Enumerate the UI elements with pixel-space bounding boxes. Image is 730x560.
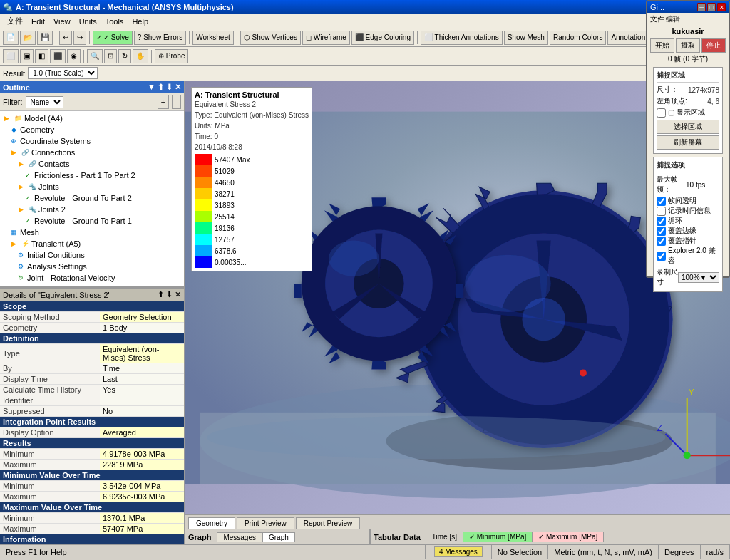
tree-item-frictionless[interactable]: ✓ Frictionless - Part 1 To Part 2 — [1, 170, 182, 181]
svg-text:Z: Z — [657, 423, 662, 433]
menu-file[interactable]: 文件 — [3, 15, 27, 27]
tabular-columns: Time [s] ✓ Minimum [MPa] ✓ Maximum [MPa] — [426, 532, 727, 542]
select-all-btn[interactable]: ⬜ — [3, 49, 19, 63]
rp-select-region-btn[interactable]: 选择区域 — [657, 120, 719, 134]
left-panel: Outline ▼ ⬆ ⬇ ✕ Filter: Name + - ▶ 📁 Mod… — [0, 81, 185, 544]
tree-item-solution[interactable]: ▶ ✓ Solution (A6) — [1, 284, 182, 286]
new-btn[interactable]: 📄 — [3, 31, 19, 45]
rp-pointer-checkbox[interactable] — [657, 237, 666, 246]
thicken-button[interactable]: ⬜ Thicken Annotations — [421, 31, 503, 45]
worksheet-button[interactable]: Worksheet — [192, 31, 234, 45]
status-degrees: Degrees — [659, 545, 701, 559]
rp-show-region-checkbox[interactable] — [657, 108, 666, 118]
rotate-btn[interactable]: ↻ — [118, 49, 131, 63]
random-colors-button[interactable]: Random Colors — [550, 31, 606, 45]
zoom-btn[interactable]: 🔍 — [87, 49, 103, 63]
rp-min-btn[interactable]: ─ — [697, 3, 706, 11]
toolbar-main: 📄 📂 💾 ↩ ↪ ✓ ✓ Solve ? Show Errors Worksh… — [0, 28, 730, 47]
tree-solution-icon: ✓ — [27, 284, 37, 286]
rp-menu-file[interactable]: 文件 — [650, 14, 664, 24]
select-edge-btn[interactable]: ⬛ — [50, 49, 66, 63]
tree-folder-icon: 📁 — [13, 113, 23, 123]
tree-item-velocity[interactable]: ↻ Joint - Rotational Velocity — [1, 272, 182, 284]
rp-loop-checkbox[interactable] — [657, 217, 666, 226]
color-swatch-3 — [195, 188, 212, 199]
result-select[interactable]: 1.0 (True Scale) — [28, 67, 98, 79]
tabular-col-time: Time [s] — [426, 532, 463, 542]
rp-menu-edit[interactable]: 编辑 — [666, 14, 680, 24]
color-swatch-1 — [195, 165, 212, 177]
message-count-badge: 4 Messages — [434, 546, 483, 557]
rp-stop-btn[interactable]: 停止 — [701, 38, 726, 53]
show-errors-button[interactable]: ? Show Errors — [134, 31, 186, 45]
show-mesh-button[interactable]: Show Mesh — [504, 31, 548, 45]
tree-item-connections[interactable]: ▶ 🔗 Connections — [1, 147, 182, 158]
outline-collapse-btn[interactable]: - — [172, 95, 181, 109]
rp-start-btn[interactable]: 开始 — [650, 38, 674, 53]
outline-expand-btn[interactable]: + — [158, 95, 169, 109]
redo-btn[interactable]: ↪ — [73, 31, 86, 45]
tree-icon-joints: ▶ — [16, 182, 26, 192]
rp-edges-checkbox[interactable] — [657, 227, 666, 236]
color-label-4: 31893 — [215, 202, 235, 209]
outline-header: Outline ▼ ⬆ ⬇ ✕ — [0, 81, 184, 93]
tree-item-revolute2[interactable]: ✓ Revolute - Ground To Part 1 — [1, 215, 182, 227]
zoom-fit-btn[interactable]: ⊡ — [104, 49, 117, 63]
wireframe-button[interactable]: ◻ Wireframe — [302, 31, 350, 45]
tree-item-revolute1[interactable]: ✓ Revolute - Ground To Part 2 — [1, 192, 182, 204]
select-vertex-btn[interactable]: ◉ — [67, 49, 81, 63]
tree-item-analysis[interactable]: ⚙ Analysis Settings — [1, 261, 182, 272]
select-face-btn[interactable]: ◧ — [35, 49, 48, 63]
select-body-btn[interactable]: ▣ — [20, 49, 34, 63]
graph-tab[interactable]: Graph — [262, 532, 295, 542]
tree-item-model[interactable]: ▶ 📁 Model (A4) — [1, 113, 182, 124]
rp-transparent-checkbox[interactable] — [657, 197, 666, 206]
menu-edit[interactable]: Edit — [27, 16, 49, 26]
open-btn[interactable]: 📂 — [20, 31, 36, 45]
tabular-section: Tabular Data Time [s] ✓ Minimum [MPa] ✓ … — [371, 529, 730, 544]
tree-item-joints2[interactable]: ▶ 🔩 Joints 2 — [1, 204, 182, 215]
tree-item-geometry[interactable]: ◆ Geometry — [1, 124, 182, 135]
tree-item-joints[interactable]: ▶ 🔩 Joints — [1, 181, 182, 192]
tree-icon-solution: ▶ — [16, 284, 26, 286]
rp-explorer-checkbox[interactable] — [657, 252, 666, 261]
tab-print-preview[interactable]: Print Preview — [237, 517, 294, 529]
tree-item-contacts[interactable]: ▶ 🔗 Contacts — [1, 158, 182, 170]
tree-icon-transient: ▶ — [9, 239, 19, 249]
show-vertices-button[interactable]: ⬡ Show Vertices — [240, 31, 301, 45]
filter-select[interactable]: Name — [26, 96, 63, 108]
outline-tree[interactable]: ▶ 📁 Model (A4) ◆ Geometry ⊕ Coordinate S… — [0, 111, 184, 286]
rp-record-time-checkbox[interactable] — [657, 207, 666, 216]
tree-item-ic[interactable]: ⚙ Initial Conditions — [1, 249, 182, 261]
rp-max-btn[interactable]: □ — [707, 3, 716, 11]
color-swatch-9 — [195, 256, 212, 268]
rp-record-size-select[interactable]: 100%▼ — [678, 272, 719, 283]
status-help: Press F1 for Help — [0, 545, 426, 559]
menu-tools[interactable]: Tools — [101, 16, 128, 26]
undo-btn[interactable]: ↩ — [59, 31, 72, 45]
menu-units[interactable]: Units — [75, 16, 101, 26]
section-integration: Integration Point Results — [0, 417, 184, 427]
result-bar: Result 1.0 (True Scale) ⊕ Probe — [0, 66, 730, 81]
tree-icon-analysis: ⚙ — [16, 261, 26, 271]
save-btn[interactable]: 💾 — [37, 31, 53, 45]
menu-help[interactable]: Help — [128, 16, 153, 26]
edge-coloring-button[interactable]: ⬛ Edge Coloring — [351, 31, 414, 45]
tab-geometry[interactable]: Geometry — [188, 517, 235, 529]
tree-item-coordinate[interactable]: ⊕ Coordinate Systems — [1, 135, 182, 147]
probe-button[interactable]: ⊕ Probe — [155, 49, 188, 63]
messages-tab[interactable]: Messages — [217, 532, 262, 542]
rp-fps-input[interactable] — [684, 180, 719, 190]
tree-item-transient[interactable]: ▶ ⚡ Transient (A5) — [1, 238, 182, 249]
rp-content: 文件 编辑 kukuasir 开始 摄取 停止 0 帧 (0 字节) 捕捉区域 … — [647, 13, 729, 296]
solve-button[interactable]: ✓ ✓ Solve — [93, 31, 133, 45]
color-row-8: 6378.6 — [195, 245, 309, 256]
pan-btn[interactable]: ✋ — [133, 49, 148, 63]
rp-refresh-btn[interactable]: 刷新屏幕 — [657, 135, 719, 150]
tree-icon-contacts: ▶ — [16, 159, 26, 169]
menu-view[interactable]: View — [49, 16, 75, 26]
tree-item-mesh[interactable]: ▦ Mesh — [1, 227, 182, 238]
rp-close-btn[interactable]: ✕ — [717, 3, 726, 11]
tab-report-preview[interactable]: Report Preview — [296, 517, 360, 529]
rp-capture-btn[interactable]: 摄取 — [676, 38, 700, 53]
